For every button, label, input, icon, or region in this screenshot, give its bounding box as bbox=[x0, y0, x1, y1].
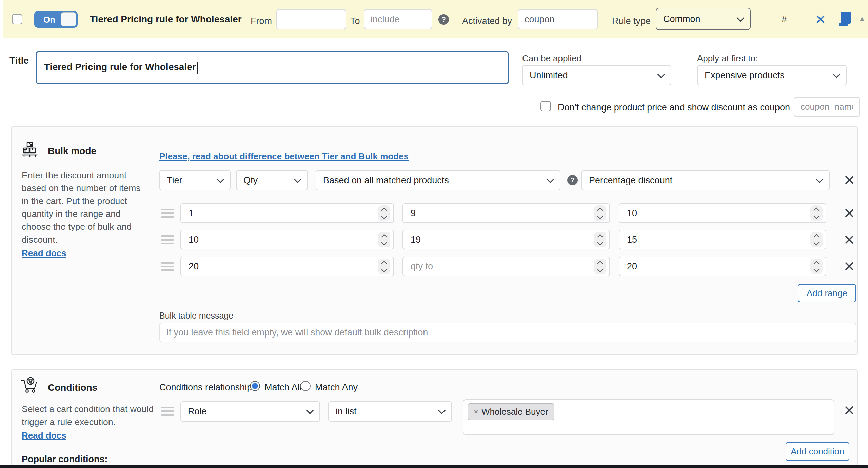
drag-handle-icon[interactable] bbox=[161, 262, 174, 271]
page-left-divider bbox=[3, 38, 3, 466]
can-be-applied-select[interactable]: Unlimited bbox=[522, 65, 671, 85]
tier-bulk-modes-link[interactable]: Please, read about difference between Ti… bbox=[159, 151, 409, 162]
delete-rule-icon[interactable] bbox=[815, 14, 826, 24]
title-input-value: Tiered Pricing rule for Wholesaler bbox=[44, 62, 198, 74]
discount-input[interactable] bbox=[626, 208, 775, 219]
stepper-icon[interactable] bbox=[594, 205, 606, 221]
discount-type-select[interactable]: Percentage discount bbox=[581, 170, 830, 190]
collapse-rule-icon[interactable]: ▲ bbox=[858, 14, 866, 23]
conditions-cart-icon bbox=[20, 376, 39, 395]
range-row bbox=[402, 230, 610, 249]
conditions-description: Select a cart condition that would trigg… bbox=[22, 403, 154, 428]
qty-to-input[interactable] bbox=[410, 208, 558, 219]
can-be-applied-label: Can be applied bbox=[522, 53, 581, 64]
toggle-on-label: On bbox=[43, 15, 55, 25]
condition-type-value: Role bbox=[188, 406, 207, 417]
help-icon[interactable]: ? bbox=[438, 14, 449, 25]
conditions-card: Conditions Conditions relationship Match… bbox=[11, 369, 858, 468]
qty-to-input[interactable] bbox=[410, 261, 558, 272]
condition-operator-value: in list bbox=[336, 406, 357, 417]
to-label: To bbox=[350, 16, 360, 26]
remove-range-button[interactable] bbox=[844, 261, 854, 271]
coupon-name-input[interactable] bbox=[794, 97, 860, 117]
rule-order-handle[interactable]: # bbox=[782, 14, 787, 25]
qty-from-input[interactable] bbox=[188, 234, 341, 245]
activated-by-input[interactable] bbox=[518, 9, 598, 29]
drag-handle-icon[interactable] bbox=[161, 235, 174, 244]
stepper-icon[interactable] bbox=[810, 232, 823, 247]
apply-at-first-label: Apply at first to: bbox=[697, 53, 758, 64]
bulk-based-on-select[interactable]: Based on all matched products bbox=[316, 170, 560, 190]
duplicate-rule-icon[interactable] bbox=[838, 12, 851, 27]
discount-input[interactable] bbox=[626, 234, 775, 245]
show-as-coupon-label: Don't change product price and show disc… bbox=[558, 102, 790, 113]
bulk-based-on-value: Based on all matched products bbox=[323, 175, 449, 186]
remove-pricing-block-button[interactable] bbox=[844, 175, 854, 185]
tag-label: Wholesale Buyer bbox=[481, 407, 548, 417]
qty-from-input[interactable] bbox=[188, 261, 341, 272]
match-any-radio[interactable] bbox=[300, 381, 311, 391]
help-icon[interactable]: ? bbox=[567, 175, 578, 185]
popular-conditions-label: Popular conditions: bbox=[22, 454, 108, 465]
remove-tag-icon[interactable]: × bbox=[474, 407, 478, 416]
rule-editor-screen: On Tiered Pricing rule for Wholesaler Fr… bbox=[0, 0, 868, 468]
chevron-down-icon bbox=[217, 175, 224, 183]
from-label: From bbox=[251, 16, 272, 26]
conditions-read-docs-link[interactable]: Read docs bbox=[22, 430, 66, 441]
bulk-mode-select[interactable]: Tier bbox=[159, 170, 231, 190]
stepper-icon[interactable] bbox=[378, 205, 390, 221]
bulk-table-message-label: Bulk table message bbox=[159, 311, 233, 321]
toggle-knob bbox=[61, 12, 76, 26]
bulk-table-message-input[interactable] bbox=[159, 323, 856, 342]
show-as-coupon-checkbox[interactable] bbox=[540, 101, 551, 111]
stepper-icon[interactable] bbox=[594, 232, 606, 247]
drag-handle-icon[interactable] bbox=[161, 407, 174, 416]
window-bottom-edge bbox=[0, 465, 868, 468]
remove-range-button[interactable] bbox=[844, 235, 854, 245]
bulk-quantity-select[interactable]: Qty bbox=[236, 170, 308, 190]
stepper-icon[interactable] bbox=[378, 232, 390, 247]
chevron-down-icon bbox=[294, 175, 302, 183]
title-input[interactable]: Tiered Pricing rule for Wholesaler bbox=[36, 51, 509, 84]
match-any-label: Match Any bbox=[315, 382, 358, 393]
date-from-input[interactable] bbox=[276, 9, 346, 29]
drag-handle-icon[interactable] bbox=[161, 209, 174, 218]
rule-header-bar: On Tiered Pricing rule for Wholesaler Fr… bbox=[3, 0, 868, 38]
stepper-icon[interactable] bbox=[810, 259, 823, 274]
qty-to-input[interactable] bbox=[410, 234, 558, 245]
date-to-input[interactable] bbox=[364, 9, 432, 29]
conditions-relationship-label: Conditions relationship bbox=[159, 382, 252, 393]
bulk-read-docs-link[interactable]: Read docs bbox=[22, 248, 66, 258]
condition-operator-select[interactable]: in list bbox=[328, 401, 452, 422]
condition-values-multiselect[interactable]: × Wholesale Buyer bbox=[463, 399, 834, 435]
rule-type-label: Rule type bbox=[612, 16, 651, 26]
range-row bbox=[180, 203, 394, 223]
bulk-mode-value: Tier bbox=[167, 175, 182, 186]
conditions-heading: Conditions bbox=[48, 382, 97, 393]
rule-type-select[interactable]: Common bbox=[656, 8, 751, 30]
chevron-down-icon bbox=[657, 70, 665, 78]
rule-select-checkbox[interactable] bbox=[12, 14, 22, 24]
qty-from-input[interactable] bbox=[188, 208, 341, 219]
apply-at-first-select[interactable]: Expensive products bbox=[697, 65, 847, 85]
remove-range-button[interactable] bbox=[844, 208, 854, 218]
chevron-down-icon bbox=[833, 70, 841, 78]
rule-title: Tiered Pricing rule for Wholesaler bbox=[90, 14, 242, 25]
stepper-icon[interactable] bbox=[378, 259, 390, 274]
can-be-applied-value: Unlimited bbox=[530, 70, 568, 81]
title-label: Title bbox=[9, 55, 29, 66]
discount-type-value: Percentage discount bbox=[589, 175, 672, 186]
remove-condition-button[interactable] bbox=[844, 405, 854, 415]
stepper-icon[interactable] bbox=[810, 205, 823, 221]
rule-enabled-toggle[interactable]: On bbox=[34, 11, 78, 28]
chevron-down-icon bbox=[737, 14, 745, 22]
bulk-boxes-icon bbox=[21, 141, 39, 159]
add-range-button[interactable]: Add range bbox=[798, 284, 856, 302]
range-row bbox=[619, 203, 826, 223]
add-condition-button[interactable]: Add condition bbox=[786, 442, 849, 461]
condition-type-select[interactable]: Role bbox=[180, 401, 320, 422]
match-all-radio[interactable] bbox=[250, 381, 260, 391]
discount-input[interactable] bbox=[626, 261, 775, 272]
stepper-icon[interactable] bbox=[594, 259, 606, 274]
selected-role-tag[interactable]: × Wholesale Buyer bbox=[468, 403, 554, 420]
